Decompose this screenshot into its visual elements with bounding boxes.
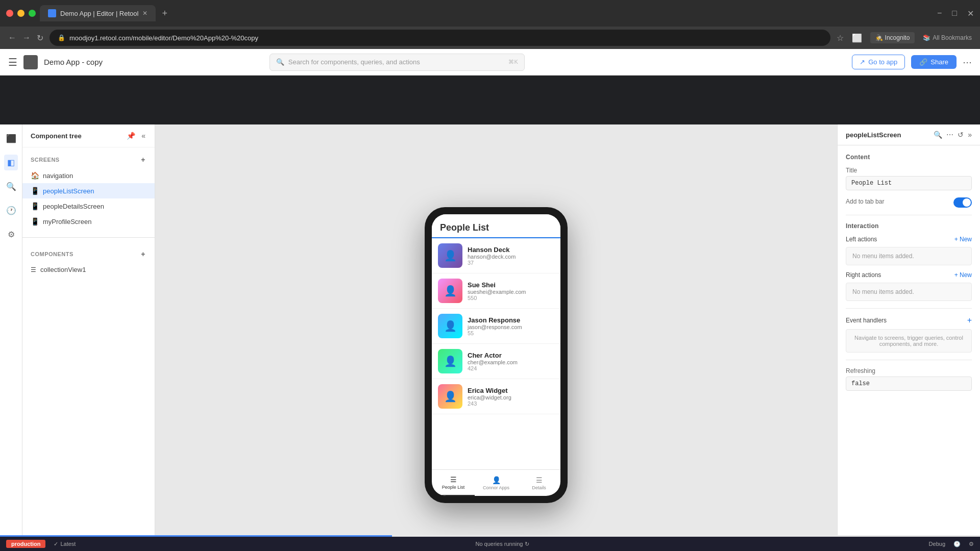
collapse-panel-btn[interactable]: « xyxy=(140,131,146,141)
screens-section: SCREENS + 🏠 navigation 📱 peopleListScree… xyxy=(22,147,155,233)
left-actions-label: Left actions xyxy=(846,236,877,243)
event-handlers-label: Event handlers xyxy=(846,317,887,324)
tab-close-btn[interactable]: ✕ xyxy=(142,10,148,17)
address-actions: ☆ ⬜ 🕵 Incognito 📚 All Bookmarks xyxy=(837,32,972,43)
add-event-handler-btn[interactable]: + xyxy=(967,316,972,325)
left-actions-empty: No menu items added. xyxy=(846,247,972,265)
phone-nav-item[interactable]: ☰ Details xyxy=(518,470,560,496)
os-window-controls[interactable]: − □ ✕ xyxy=(937,9,974,18)
search-bar[interactable]: 🔍 Search for components, queries, and ac… xyxy=(270,54,525,71)
screen-item-people-list[interactable]: 📱 peopleListScreen xyxy=(22,183,155,198)
phone-list-item[interactable]: 👤 Sue Shei sueshei@example.com 550 xyxy=(432,273,560,309)
screen-icon-my-profile: 📱 xyxy=(31,217,39,226)
avatar-placeholder: 👤 xyxy=(438,314,462,338)
screen-item-navigation[interactable]: 🏠 navigation xyxy=(22,168,155,183)
phone-list-item[interactable]: 👤 Hanson Deck hanson@deck.com 37 xyxy=(432,238,560,273)
status-bar: production ✓ Latest No queries running ↻… xyxy=(0,537,980,551)
main-layout: ⬛ ◧ 🔍 🕐 ⚙ Component tree 📌 « SCREENS + 🏠… xyxy=(0,124,980,551)
component-tree-title: Component tree xyxy=(31,132,121,140)
screen-icon-people-list: 📱 xyxy=(31,187,39,195)
sidebar-icon-settings[interactable]: ⚙ xyxy=(5,227,18,242)
add-left-action-btn[interactable]: + New xyxy=(954,236,972,243)
window-controls[interactable] xyxy=(6,10,36,17)
phone-list-item[interactable]: 👤 Jason Response jason@response.com 55 xyxy=(432,309,560,344)
restore-icon[interactable]: □ xyxy=(952,9,957,18)
component-item-collection[interactable]: ☰ collectionView1 xyxy=(22,262,155,277)
add-to-tab-label: Add to tab bar xyxy=(846,198,884,205)
avatar: 👤 xyxy=(438,314,462,338)
add-component-btn[interactable]: + xyxy=(140,249,146,259)
components-label: COMPONENTS + xyxy=(22,246,155,262)
minimize-window-btn[interactable] xyxy=(17,10,24,17)
nav-label: Details xyxy=(532,485,546,490)
bookmarks-bar[interactable]: 📚 All Bookmarks xyxy=(923,34,972,41)
phone-list-item[interactable]: 👤 Erica Widget erica@widget.org 243 xyxy=(432,379,560,414)
browser-tab[interactable]: Demo App | Editor | Retool ✕ xyxy=(40,5,156,21)
title-value[interactable]: People List xyxy=(846,176,972,190)
bookmarks-icon: 📚 xyxy=(923,34,930,41)
incognito-btn[interactable]: 🕵 Incognito xyxy=(870,32,915,43)
refreshing-label: Refreshing xyxy=(846,367,972,374)
person-name: Hanson Deck xyxy=(468,246,554,254)
sidebar-icon-components[interactable]: ◧ xyxy=(4,155,18,170)
add-screen-btn[interactable]: + xyxy=(140,155,146,165)
content-section-label: Content xyxy=(846,154,972,161)
event-description: Navigate to screens, trigger queries, co… xyxy=(846,329,972,353)
sidebar-icon-history[interactable]: 🕐 xyxy=(3,203,19,218)
tab-title: Demo App | Editor | Retool xyxy=(60,10,138,17)
nav-buttons[interactable]: ← → ↻ xyxy=(8,33,43,43)
screen-item-people-details[interactable]: 📱 peopleDetailsScreen xyxy=(22,198,155,214)
person-info: Jason Response jason@response.com 55 xyxy=(468,316,554,336)
reset-properties-btn[interactable]: ↺ xyxy=(958,131,964,139)
right-panel: peopleListScreen 🔍 ⋯ ↺ » Content Title P… xyxy=(837,124,980,551)
star-icon[interactable]: ☆ xyxy=(837,33,844,43)
close-icon[interactable]: ✕ xyxy=(967,9,974,18)
refresh-btn[interactable]: ↻ xyxy=(37,33,43,43)
settings-icon[interactable]: ⚙ xyxy=(969,541,974,547)
right-actions-empty: No menu items added. xyxy=(846,283,972,301)
maximize-window-btn[interactable] xyxy=(29,10,36,17)
forward-btn[interactable]: → xyxy=(22,33,31,43)
add-right-action-btn[interactable]: + New xyxy=(954,271,972,279)
screen-name-people-list: peopleListScreen xyxy=(43,187,94,195)
close-window-btn[interactable] xyxy=(6,10,13,17)
production-badge[interactable]: production xyxy=(6,540,45,548)
sidebar-icon-search[interactable]: 🔍 xyxy=(3,179,19,194)
app-icon[interactable] xyxy=(23,55,38,69)
event-handlers-row: Event handlers + xyxy=(846,316,972,325)
minimize-icon[interactable]: − xyxy=(937,9,942,18)
history-icon[interactable]: 🕐 xyxy=(953,541,961,547)
latest-badge[interactable]: ✓ Latest xyxy=(54,541,76,547)
screen-name-navigation: navigation xyxy=(43,172,73,180)
section-divider-2 xyxy=(846,308,972,309)
components-section: COMPONENTS + ☰ collectionView1 xyxy=(22,242,155,551)
new-tab-btn[interactable]: + xyxy=(162,8,167,19)
phone-nav-item[interactable]: 👤 Connor Apps xyxy=(475,470,518,496)
phone-list-item[interactable]: 👤 Cher Actor cher@example.com 424 xyxy=(432,344,560,379)
person-num: 550 xyxy=(468,295,554,301)
back-btn[interactable]: ← xyxy=(8,33,16,43)
pin-icon[interactable]: 📌 xyxy=(126,131,136,141)
debug-btn[interactable]: Debug xyxy=(929,541,945,547)
phone-nav-item[interactable]: ☰ People List xyxy=(432,470,475,496)
title-label: Title xyxy=(846,167,972,174)
search-shortcut: ⌘K xyxy=(508,59,518,65)
more-properties-btn[interactable]: ⋯ xyxy=(946,131,953,139)
screen-item-my-profile[interactable]: 📱 myProfileScreen xyxy=(22,214,155,229)
tablet-icon[interactable]: ⬜ xyxy=(852,33,862,43)
query-status: No queries running ↻ xyxy=(84,541,920,547)
retool-logo[interactable]: ☰ xyxy=(8,56,17,68)
add-to-tab-toggle[interactable] xyxy=(953,197,972,208)
share-btn[interactable]: 🔗 Share xyxy=(911,55,957,69)
search-properties-btn[interactable]: 🔍 xyxy=(934,131,942,139)
go-to-app-btn[interactable]: ↗ Go to app xyxy=(852,55,905,69)
icon-sidebar: ⬛ ◧ 🔍 🕐 ⚙ xyxy=(0,124,22,551)
refreshing-value[interactable]: false xyxy=(846,377,972,391)
collapse-right-panel-btn[interactable]: » xyxy=(968,131,972,139)
more-options-btn[interactable]: ⋯ xyxy=(963,57,972,68)
home-icon: 🏠 xyxy=(31,171,39,180)
refreshing-field: Refreshing false xyxy=(846,367,972,391)
url-bar[interactable]: 🔒 moodjoy1.retool.com/mobile/editor/Demo… xyxy=(50,30,830,46)
sidebar-icon-layers[interactable]: ⬛ xyxy=(3,131,19,146)
avatar-placeholder: 👤 xyxy=(438,384,462,409)
